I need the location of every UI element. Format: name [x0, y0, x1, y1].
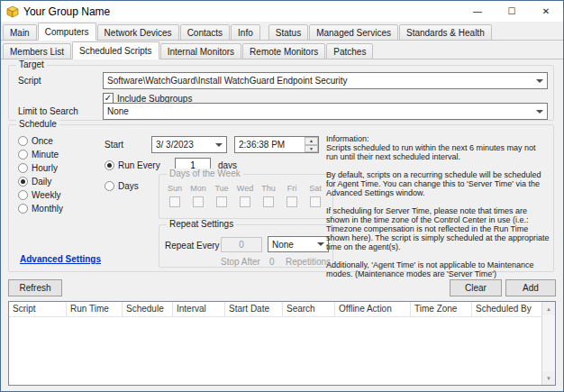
window-title: Your Group Name	[23, 5, 460, 18]
scheduled-scripts-page: Target Script Software\WatchGuard\Instal…	[1, 59, 563, 391]
add-button[interactable]: Add	[505, 279, 556, 296]
script-select[interactable]: Software\WatchGuard\Install WatchGuard E…	[103, 72, 548, 89]
run-every-option[interactable]: Run Every	[105, 160, 160, 170]
table-vertical-scrollbar[interactable]: ▲ ▼	[541, 302, 555, 385]
start-time-value: 2:36:38 PM	[235, 140, 305, 150]
days-option[interactable]: Days	[105, 181, 139, 191]
computers-sub-tab-bar: Members List Scheduled Scripts Internal …	[1, 41, 563, 59]
radio-icon[interactable]	[18, 204, 28, 214]
scroll-down-icon[interactable]: ▼	[542, 371, 555, 385]
repeat-unit-select[interactable]: None	[268, 236, 329, 252]
frequency-option-minute[interactable]: Minute	[18, 150, 59, 160]
radio-icon[interactable]	[105, 181, 114, 191]
chevron-down-icon	[532, 104, 547, 119]
frequency-label-minute: Minute	[32, 150, 59, 160]
group-config-window: Your Group Name — ☐ ✕ Main Computers Net…	[0, 0, 564, 392]
tab-internal-monitors[interactable]: Internal Monitors	[160, 43, 241, 59]
column-header-time-zone[interactable]: Time Zone	[411, 302, 472, 316]
tab-scheduled-scripts[interactable]: Scheduled Scripts	[72, 41, 159, 59]
spinner-down-icon[interactable]: ▼	[305, 145, 318, 153]
script-select-value: Software\WatchGuard\Install WatchGuard E…	[104, 76, 532, 86]
start-time-picker[interactable]: 2:36:38 PM ▲ ▼	[234, 136, 319, 153]
days-of-week-group: Days of the Week Sun Mon Tue	[159, 174, 333, 219]
scheduled-scripts-table: Script Run Time Schedule Interval Start …	[8, 301, 556, 386]
weekday-fri: Fri	[280, 184, 304, 207]
radio-icon[interactable]	[18, 150, 28, 160]
start-date-picker[interactable]: 3/ 3/2023	[151, 136, 227, 153]
frequency-option-weekly[interactable]: Weekly	[18, 190, 61, 200]
clear-button[interactable]: Clear	[450, 279, 502, 296]
stop-after-label: Stop After	[221, 257, 260, 267]
minimize-icon[interactable]: —	[460, 1, 495, 22]
frequency-option-hourly[interactable]: Hourly	[18, 163, 58, 173]
repeat-settings-label: Repeat Settings	[167, 219, 236, 229]
weekday-sat: Sat	[304, 184, 327, 207]
frequency-label-weekly: Weekly	[32, 190, 61, 200]
tab-patches[interactable]: Patches	[326, 43, 373, 59]
weekday-checkbox	[193, 196, 204, 207]
time-spinner: ▲ ▼	[305, 137, 318, 152]
refresh-button[interactable]: Refresh	[8, 279, 62, 296]
column-header-offline-action[interactable]: Offline Action	[335, 302, 411, 316]
maximize-icon[interactable]: ☐	[495, 1, 529, 22]
repeat-every-label: Repeat Every	[165, 241, 220, 251]
script-label: Script	[18, 76, 41, 86]
advanced-settings-link[interactable]: Advanced Settings	[20, 254, 101, 264]
group-icon	[6, 5, 19, 18]
scroll-up-icon[interactable]: ▲	[542, 302, 555, 315]
tab-members-list[interactable]: Members List	[3, 43, 71, 59]
column-header-script[interactable]: Script	[9, 302, 67, 316]
radio-icon[interactable]	[18, 163, 28, 173]
stop-after-value: 0	[269, 257, 275, 267]
spinner-up-icon[interactable]: ▲	[305, 137, 318, 145]
close-icon[interactable]: ✕	[529, 1, 563, 22]
frequency-option-once[interactable]: Once	[18, 136, 53, 146]
run-every-label: Run Every	[118, 160, 160, 170]
column-header-run-time[interactable]: Run Time	[67, 302, 123, 316]
weekday-tue: Tue	[210, 184, 233, 207]
tab-network-devices[interactable]: Network Devices	[97, 24, 179, 41]
tab-standards-health[interactable]: Standards & Health	[399, 24, 492, 41]
weekday-checkbox	[240, 196, 250, 207]
repeat-every-input	[221, 237, 262, 252]
weekday-mon: Mon	[186, 184, 210, 207]
limit-to-search-select[interactable]: None	[103, 103, 548, 120]
frequency-option-daily[interactable]: Daily	[18, 177, 51, 187]
titlebar: Your Group Name — ☐ ✕	[1, 1, 563, 22]
weekday-checkbox	[287, 196, 297, 207]
frequency-label-daily: Daily	[32, 177, 51, 187]
radio-icon[interactable]	[18, 190, 28, 200]
days-of-week-label: Days of the Week	[167, 169, 243, 178]
column-header-scheduled-by[interactable]: Scheduled By	[472, 302, 541, 316]
weekday-thu: Thu	[257, 184, 280, 207]
column-header-start-date[interactable]: Start Date	[225, 302, 283, 316]
tab-computers[interactable]: Computers	[38, 23, 96, 41]
weekday-sun: Sun	[163, 184, 186, 207]
radio-icon[interactable]	[18, 136, 28, 146]
column-header-interval[interactable]: Interval	[173, 302, 225, 316]
schedule-group-label: Schedule	[16, 119, 59, 129]
tab-contacts[interactable]: Contacts	[180, 24, 230, 41]
weekday-checkbox	[310, 196, 321, 207]
window-controls: — ☐ ✕	[460, 1, 563, 22]
limit-to-search-label: Limit to Search	[18, 106, 78, 116]
target-group: Target Script Software\WatchGuard\Instal…	[8, 65, 554, 121]
radio-icon[interactable]	[18, 177, 28, 187]
tab-status[interactable]: Status	[268, 24, 308, 41]
tab-main[interactable]: Main	[3, 24, 37, 41]
tab-remote-monitors[interactable]: Remote Monitors	[242, 43, 325, 59]
tab-managed-services[interactable]: Managed Services	[309, 24, 398, 41]
include-subgroups-label[interactable]: Include Subgroups	[117, 94, 192, 104]
weekday-wed: Wed	[233, 184, 257, 207]
column-header-search[interactable]: Search	[283, 302, 335, 316]
frequency-option-monthly[interactable]: Monthly	[18, 204, 63, 214]
repeat-settings-group: Repeat Settings Repeat Every None Stop A…	[159, 224, 333, 268]
column-header-schedule[interactable]: Schedule	[123, 302, 173, 316]
limit-to-search-value: None	[104, 106, 532, 116]
tab-info[interactable]: Info	[231, 24, 260, 41]
weekday-checkbox	[216, 196, 227, 207]
weekday-checkbox-row: Sun Mon Tue Wed	[163, 184, 327, 207]
start-date-value: 3/ 3/2023	[152, 140, 212, 150]
radio-icon[interactable]	[105, 160, 114, 170]
schedule-group: Schedule Once Minute Hourly Daily Weekly	[8, 124, 554, 272]
